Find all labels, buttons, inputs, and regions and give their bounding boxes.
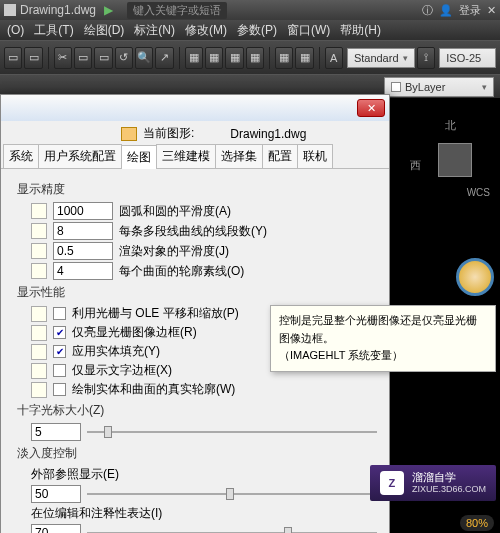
cross-slider[interactable]	[87, 423, 377, 441]
chevron-down-icon: ▾	[403, 53, 408, 63]
textframe-checkbox[interactable]	[53, 364, 66, 377]
login-icon: 👤	[439, 4, 453, 17]
tool-btn[interactable]: 🔍	[135, 47, 153, 69]
tab-system[interactable]: 系统	[3, 144, 39, 168]
tool-btn[interactable]: ▦	[246, 47, 264, 69]
edit-input[interactable]: 70	[31, 524, 81, 533]
info-icon[interactable]: ⓘ	[422, 3, 433, 18]
tool-btn[interactable]: ▭	[74, 47, 92, 69]
tooltip-line2: （IMAGEHLT 系统变量）	[279, 347, 487, 365]
fill-checkbox[interactable]: ✔	[53, 345, 66, 358]
edit-slider[interactable]	[87, 524, 377, 533]
watermark-brand: 溜溜自学	[412, 471, 486, 484]
xref-label: 外部参照显示(E)	[31, 466, 119, 483]
textstyle-icon[interactable]: A	[325, 47, 343, 69]
tool-btn[interactable]: ▦	[185, 47, 203, 69]
textstyle-combo[interactable]: Standard ▾	[347, 48, 415, 68]
tool-btn[interactable]: ↗	[155, 47, 173, 69]
tool-btn[interactable]: ▭	[4, 47, 22, 69]
dwg-icon	[31, 382, 47, 398]
cube-north: 北	[445, 118, 456, 133]
close-icon[interactable]: ✕	[357, 99, 385, 117]
tab-draw[interactable]: 绘图	[121, 145, 157, 169]
layer-color-swatch	[391, 82, 401, 92]
tooltip: 控制是完显整个光栅图像还是仅亮显光栅图像边框。 （IMAGEHLT 系统变量）	[270, 305, 496, 372]
cube-top[interactable]	[438, 143, 472, 177]
menu-win[interactable]: 窗口(W)	[284, 22, 333, 39]
medal-icon	[456, 258, 494, 296]
menu-tool[interactable]: 工具(T)	[31, 22, 76, 39]
group-perf-title: 显示性能	[17, 284, 377, 301]
title-filename: Drawing1.dwg	[20, 3, 96, 17]
zoom-indicator[interactable]: 80%	[460, 515, 494, 531]
group-precision-title: 显示精度	[17, 181, 377, 198]
dwg-icon	[31, 325, 47, 341]
tab-select[interactable]: 选择集	[215, 144, 263, 168]
cross-input[interactable]: 5	[31, 423, 81, 441]
render-label: 渲染对象的平滑度(J)	[119, 243, 229, 260]
render-input[interactable]	[53, 242, 113, 260]
textstyle-value: Standard	[354, 52, 399, 64]
menu-dim[interactable]: 标注(N)	[131, 22, 178, 39]
silhouette-checkbox[interactable]	[53, 383, 66, 396]
xref-input[interactable]: 50	[31, 485, 81, 503]
cube-west: 西	[410, 158, 421, 173]
tabs: 系统 用户系统配置 绘图 三维建模 选择集 配置 联机	[1, 144, 389, 169]
dimstyle-combo[interactable]: ISO-25	[439, 48, 496, 68]
tool-btn[interactable]: ▦	[225, 47, 243, 69]
menubar: (O) 工具(T) 绘图(D) 标注(N) 修改(M) 参数(P) 窗口(W) …	[0, 20, 500, 40]
menu-draw[interactable]: 绘图(D)	[81, 22, 128, 39]
tool-btn[interactable]: ✂	[54, 47, 72, 69]
surf-input[interactable]	[53, 262, 113, 280]
play-icon: ▶	[104, 3, 113, 17]
layer-value: ByLayer	[405, 81, 445, 93]
menu-o[interactable]: (O)	[4, 23, 27, 37]
viewcube[interactable]: 北 西 WCS	[410, 118, 490, 198]
tab-online[interactable]: 联机	[297, 144, 333, 168]
tool-btn[interactable]: ↺	[115, 47, 133, 69]
doc-icon	[4, 4, 16, 16]
tool-btn[interactable]: ▦	[275, 47, 293, 69]
arc-smooth-label: 圆弧和圆的平滑度(A)	[119, 203, 231, 220]
exchange-icon[interactable]: ✕	[487, 4, 496, 17]
drawing-name: Drawing1.dwg	[230, 127, 306, 141]
raster-label: 利用光栅与 OLE 平移和缩放(P)	[72, 305, 239, 322]
tool-btn[interactable]: ▭	[94, 47, 112, 69]
dwg-icon	[31, 243, 47, 259]
tab-config[interactable]: 配置	[262, 144, 298, 168]
watermark-url: ZIXUE.3D66.COM	[412, 484, 486, 495]
current-drawing-label: 当前图形:	[143, 125, 194, 142]
menu-help[interactable]: 帮助(H)	[337, 22, 384, 39]
seg-label: 每条多段线曲线的线段数(Y)	[119, 223, 267, 240]
arc-smooth-input[interactable]	[53, 202, 113, 220]
tool-btn[interactable]: ▦	[205, 47, 223, 69]
menu-mod[interactable]: 修改(M)	[182, 22, 230, 39]
group-fade-title: 淡入度控制	[17, 445, 377, 462]
dwg-icon	[31, 223, 47, 239]
watermark: Z 溜溜自学 ZIXUE.3D66.COM	[370, 465, 496, 501]
cube-wcs[interactable]: WCS	[467, 187, 490, 198]
dimstyle-icon[interactable]: ⟟	[417, 47, 435, 69]
tool-btn[interactable]: ▦	[295, 47, 313, 69]
menu-param[interactable]: 参数(P)	[234, 22, 280, 39]
silhouette-label: 绘制实体和曲面的真实轮廓(W)	[72, 381, 235, 398]
raster-checkbox[interactable]	[53, 307, 66, 320]
textframe-label: 仅显示文字边框(X)	[72, 362, 172, 379]
dwg-icon	[31, 306, 47, 322]
xref-slider[interactable]	[87, 485, 377, 503]
search-box[interactable]: 键入关键字或短语	[127, 2, 227, 19]
chevron-down-icon: ▾	[482, 82, 487, 92]
tab-model[interactable]: 三维建模	[156, 144, 216, 168]
dwg-icon	[31, 344, 47, 360]
seg-input[interactable]	[53, 222, 113, 240]
highlight-checkbox[interactable]: ✔	[53, 326, 66, 339]
tool-btn[interactable]: ▭	[24, 47, 42, 69]
fill-label: 应用实体填充(Y)	[72, 343, 160, 360]
surf-label: 每个曲面的轮廓素线(O)	[119, 263, 244, 280]
edit-label: 在位编辑和注释性表达(I)	[31, 505, 162, 522]
layer-combo[interactable]: ByLayer ▾	[384, 77, 494, 97]
tooltip-line1: 控制是完显整个光栅图像还是仅亮显光栅图像边框。	[279, 312, 487, 347]
watermark-logo-icon: Z	[380, 471, 404, 495]
login-text[interactable]: 登录	[459, 3, 481, 18]
tab-user[interactable]: 用户系统配置	[38, 144, 122, 168]
